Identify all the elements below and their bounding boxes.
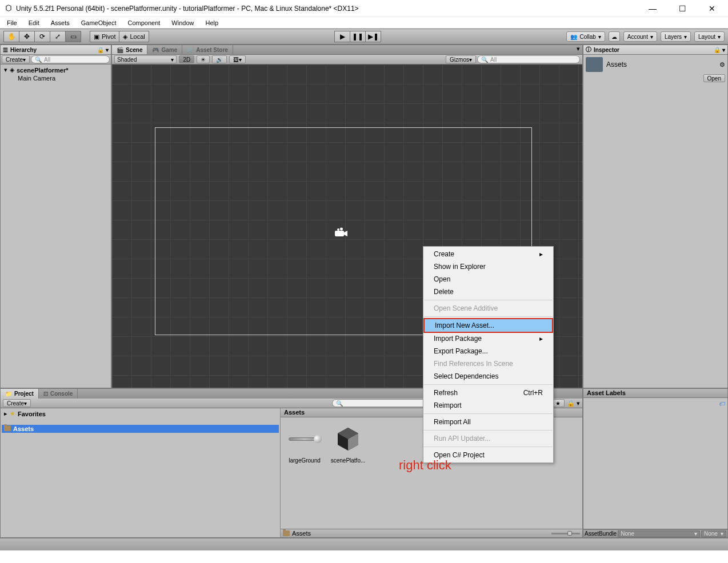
image-icon: 🖼 [233, 57, 239, 63]
account-dropdown[interactable]: Account▾ [623, 31, 657, 42]
tab-game[interactable]: 🎮Game [147, 45, 182, 54]
tab-console[interactable]: ⊡Console [39, 389, 78, 399]
star-icon: ★ [10, 410, 15, 417]
lighting-button[interactable]: ☀ [197, 55, 210, 63]
expand-arrow-icon[interactable]: ▸ [4, 410, 7, 417]
ctx-refresh[interactable]: RefreshCtrl+R [423, 387, 553, 399]
ctx-open[interactable]: Open [423, 273, 553, 285]
hierarchy-tab[interactable]: ☰ Hierarchy 🔒 ▾ [1, 45, 111, 55]
asset-item-largeground[interactable]: largeGround [286, 423, 323, 464]
close-button[interactable]: ✕ [701, 1, 723, 17]
menu-edit[interactable]: Edit [24, 18, 44, 27]
gear-icon[interactable]: ⚙ [719, 61, 725, 69]
hierarchy-icon: ☰ [3, 47, 8, 53]
lock-icon[interactable]: 🔒 ▾ [714, 47, 725, 53]
inspector-tab[interactable]: ⓘ Inspector 🔒 ▾ [583, 45, 727, 55]
tab-scene[interactable]: 🎬Scene [112, 45, 147, 54]
search-icon: 🔍 [35, 57, 42, 63]
ctx-delete[interactable]: Delete [423, 285, 553, 298]
menu-gameobject[interactable]: GameObject [77, 18, 121, 27]
submenu-arrow-icon: ▸ [539, 335, 543, 343]
store-icon: 🛒 [187, 47, 194, 53]
tab-asset-store[interactable]: 🛒Asset Store [182, 45, 233, 54]
rect-tool[interactable]: ▭ [65, 31, 81, 42]
menu-component[interactable]: Component [123, 18, 165, 27]
context-menu: Create▸ Show in Explorer Open Delete Ope… [423, 246, 554, 463]
asset-item-sceneplatformer[interactable]: scenePlatfo... [330, 423, 366, 464]
minimize-button[interactable]: — [641, 1, 664, 17]
layout-dropdown[interactable]: Layout▾ [694, 31, 725, 42]
maximize-button[interactable]: ☐ [671, 1, 694, 17]
assetbundle-variant-dropdown[interactable]: None▾ [701, 530, 726, 537]
ctx-select-dependencies[interactable]: Select Dependencies [423, 370, 553, 383]
ctx-export-package[interactable]: Export Package... [423, 345, 553, 357]
layers-dropdown[interactable]: Layers▾ [661, 31, 691, 42]
panel-menu-icon[interactable]: ▾ [574, 45, 582, 54]
status-bar [0, 538, 728, 550]
cloud-button[interactable]: ☁ [609, 31, 620, 42]
asset-labels-body: 🏷 [583, 398, 728, 529]
menu-file[interactable]: File [2, 18, 22, 27]
submenu-arrow-icon: ▸ [539, 250, 543, 258]
ctx-import-new-asset[interactable]: Import New Asset... [423, 318, 553, 333]
chevron-down-icon: ▾ [718, 34, 721, 40]
folder-icon [4, 425, 11, 432]
hierarchy-create-dropdown[interactable]: Create ▾ [2, 55, 30, 63]
menu-assets[interactable]: Assets [46, 18, 74, 27]
gizmos-dropdown[interactable]: Gizmos ▾ [446, 55, 476, 63]
fx-button[interactable]: 🖼 ▾ [229, 55, 246, 63]
hierarchy-panel: ☰ Hierarchy 🔒 ▾ Create ▾ 🔍 All ▾ ◈ scene… [0, 45, 111, 388]
folder-icon [283, 530, 290, 536]
footer-path: Assets [292, 530, 311, 537]
game-icon: 🎮 [152, 47, 159, 53]
ctx-reimport-all[interactable]: Reimport All [423, 416, 553, 428]
audio-button[interactable]: 🔊 [212, 55, 227, 63]
ctx-create[interactable]: Create▸ [423, 248, 553, 260]
pivot-button[interactable]: ▣Pivot [90, 31, 119, 42]
rotate-tool[interactable]: ⟳ [34, 31, 50, 42]
move-tool[interactable]: ✥ [19, 31, 35, 42]
folder-large-icon [586, 57, 603, 72]
mode-2d-button[interactable]: 2D [179, 55, 194, 63]
camera-gizmo-icon[interactable] [334, 226, 349, 242]
local-icon: ◈ [123, 33, 127, 41]
favorites-folder[interactable]: ▸ ★ Favorites [2, 409, 279, 418]
search-icon: 🔍 [481, 57, 488, 63]
assets-folder[interactable]: Assets [2, 425, 279, 433]
ctx-reimport[interactable]: Reimport [423, 399, 553, 412]
scale-tool[interactable]: ⤢ [50, 31, 66, 42]
scene-root[interactable]: ▾ ◈ scenePlatformer* [2, 66, 110, 74]
lock-icon[interactable]: 🔒 ▾ [97, 47, 109, 53]
expand-arrow-icon[interactable]: ▾ [4, 66, 7, 74]
chevron-down-icon: ▾ [684, 34, 687, 40]
tag-icon[interactable]: 🏷 [719, 400, 725, 407]
project-create-dropdown[interactable]: Create ▾ [3, 399, 31, 407]
unity-scene-thumb-icon [332, 423, 364, 455]
open-button[interactable]: Open [703, 74, 725, 82]
step-button[interactable]: ▶❚ [365, 31, 381, 42]
hierarchy-search[interactable]: 🔍 All [31, 55, 110, 63]
lock-icon[interactable]: 🔒 ▾ [567, 400, 580, 407]
hand-tool[interactable]: ✋ [3, 31, 19, 42]
pause-button[interactable]: ❚❚ [350, 31, 366, 42]
play-button[interactable]: ▶ [334, 31, 350, 42]
console-icon: ⊡ [43, 391, 48, 397]
thumbnail-size-slider[interactable] [551, 533, 580, 534]
collab-dropdown[interactable]: 👥Collab▾ [566, 31, 605, 42]
local-button[interactable]: ◈Local [119, 31, 149, 42]
ctx-run-api-updater: Run API Updater... [423, 432, 553, 445]
scene-search[interactable]: 🔍All [477, 55, 580, 63]
assetbundle-label: AssetBundle [585, 530, 617, 537]
hierarchy-item-camera[interactable]: Main Camera [2, 74, 110, 82]
ctx-import-package[interactable]: Import Package▸ [423, 332, 553, 345]
ctx-find-references: Find References In Scene [423, 357, 553, 370]
shaded-dropdown[interactable]: Shaded ▾ [114, 55, 177, 63]
menu-help[interactable]: Help [201, 18, 223, 27]
assetbundle-name-dropdown[interactable]: None▾ [618, 530, 700, 537]
inspector-title: Assets [606, 61, 627, 69]
tab-project[interactable]: 📁Project [1, 389, 39, 399]
collab-icon: 👥 [570, 34, 577, 40]
unity-scene-icon: ◈ [10, 66, 14, 74]
menu-window[interactable]: Window [167, 18, 198, 27]
ctx-show-explorer[interactable]: Show in Explorer [423, 260, 553, 273]
